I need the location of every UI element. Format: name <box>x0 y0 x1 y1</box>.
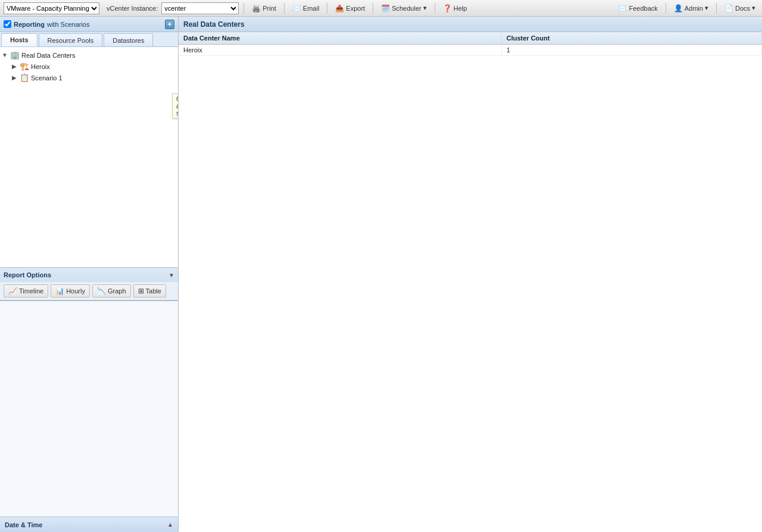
datacenter-group-icon: 🏢 <box>10 51 20 60</box>
report-options-content: 📈 Timeline 📊 Hourly 📉 Graph ⊞ Table <box>0 282 178 301</box>
tab-datastores[interactable]: Datastores <box>104 33 153 46</box>
table-header-row: Data Center Name Cluster Count <box>179 32 762 45</box>
tooltip-create-scenario: Create a scenario <box>172 93 178 118</box>
cell-datacenter-name: Heroix <box>179 45 501 56</box>
export-button[interactable]: 📤 Export <box>332 2 368 15</box>
tree-toggle-root[interactable]: ▼ <box>1 52 8 58</box>
main-layout: Reporting with Scenarios + Hosts Resourc… <box>0 17 762 532</box>
scenario-icon: 📋 <box>20 73 29 82</box>
col-header-cluster-count: Cluster Count <box>501 32 761 45</box>
toolbar-separator-4 <box>373 3 373 14</box>
timeline-icon: 📈 <box>8 287 17 295</box>
content-title: Real Data Centers <box>183 20 245 29</box>
right-panel: Real Data Centers Data Center Name Clust… <box>179 17 762 532</box>
table-row[interactable]: Heroix 1 <box>179 45 762 56</box>
table-body: Heroix 1 <box>179 45 762 56</box>
help-button[interactable]: ❓ Help <box>440 2 470 15</box>
bottom-empty-area <box>0 301 178 517</box>
content-header: Real Data Centers <box>179 17 762 32</box>
tree-label-heroix: Heroix <box>31 63 50 70</box>
app-select[interactable]: VMware - Capacity Planning <box>4 2 99 14</box>
reporting-header: Reporting with Scenarios + <box>0 17 178 32</box>
tree-toggle-scenario1[interactable]: ▶ <box>11 74 18 81</box>
tree-area: ▼ 🏢 Real Data Centers ▶ 🏗️ Heroix Create… <box>0 47 178 268</box>
table-container: Data Center Name Cluster Count Heroix 1 <box>179 32 762 56</box>
tree-label-real-data-centers: Real Data Centers <box>21 52 76 59</box>
cell-cluster-count: 1 <box>501 45 761 56</box>
email-button[interactable]: ✉️ Email <box>289 2 323 15</box>
toolbar-separator-1 <box>243 3 244 14</box>
data-table: Data Center Name Cluster Count Heroix 1 <box>179 32 762 56</box>
report-options-collapse-button[interactable]: ▼ <box>168 272 174 278</box>
toolbar-separator-5 <box>435 3 435 14</box>
toolbar: VMware - Capacity Planning vCenter Insta… <box>0 0 762 17</box>
email-icon: ✉️ <box>292 4 301 12</box>
tree-toggle-heroix[interactable]: ▶ <box>11 63 18 70</box>
graph-button[interactable]: 📉 Graph <box>92 284 131 298</box>
toolbar-separator-6 <box>666 3 666 14</box>
table-icon: ⊞ <box>138 287 144 295</box>
toolbar-separator-7 <box>716 3 717 14</box>
feedback-icon: ✉️ <box>618 4 627 12</box>
vcenter-label: vCenter Instance: <box>107 5 158 12</box>
toolbar-separator-2 <box>284 3 285 14</box>
scheduler-button[interactable]: 🗓️ Scheduler ▾ <box>378 2 430 15</box>
date-time-collapse-button[interactable]: ▲ <box>167 521 173 528</box>
reporting-checkbox[interactable] <box>4 20 11 28</box>
tree-node-real-data-centers[interactable]: ▼ 🏢 Real Data Centers <box>1 49 177 61</box>
scheduler-icon: 🗓️ <box>381 4 390 12</box>
date-time-footer: Date & Time ▲ <box>0 517 178 532</box>
date-time-label: Date & Time <box>5 521 42 528</box>
hourly-button[interactable]: 📊 Hourly <box>51 284 90 298</box>
feedback-button[interactable]: ✉️ Feedback <box>615 2 660 15</box>
heroix-icon: 🏗️ <box>20 62 29 71</box>
vcenter-select[interactable]: vcenter <box>161 2 239 14</box>
tree-node-heroix[interactable]: ▶ 🏗️ Heroix <box>11 61 177 72</box>
admin-button[interactable]: 👤 Admin ▾ <box>671 2 711 15</box>
docs-button[interactable]: 📄 Docs ▾ <box>722 2 758 15</box>
graph-icon: 📉 <box>97 287 106 295</box>
help-icon: ❓ <box>443 4 452 12</box>
admin-icon: 👤 <box>674 4 683 12</box>
report-options: Report Options ▼ 📈 Timeline 📊 Hourly 📉 <box>0 268 178 301</box>
tab-resource-pools[interactable]: Resource Pools <box>39 33 103 46</box>
report-options-buttons: 📈 Timeline 📊 Hourly 📉 Graph ⊞ Table <box>4 284 174 298</box>
table-header: Data Center Name Cluster Count <box>179 32 762 45</box>
report-options-header: Report Options ▼ <box>0 268 178 282</box>
export-icon: 📤 <box>335 4 344 12</box>
tree-label-scenario1: Scenario 1 <box>31 74 63 82</box>
hourly-icon: 📊 <box>55 287 64 295</box>
tab-hosts[interactable]: Hosts <box>1 33 38 46</box>
tree-children: ▶ 🏗️ Heroix Create a scenario ▶ 📋 Scenar… <box>1 61 177 83</box>
add-scenario-button[interactable]: + <box>165 20 174 29</box>
tree-node-scenario1[interactable]: ▶ 📋 Scenario 1 <box>11 72 177 83</box>
print-icon: 🖨️ <box>252 4 261 12</box>
col-header-datacenter-name: Data Center Name <box>179 32 501 45</box>
print-button[interactable]: 🖨️ Print <box>249 2 279 15</box>
docs-icon: 📄 <box>724 4 733 12</box>
table-button[interactable]: ⊞ Table <box>133 284 166 298</box>
reporting-label: Reporting <box>14 21 45 28</box>
toolbar-separator-3 <box>327 3 327 14</box>
reporting-with-label: with Scenarios <box>47 21 90 28</box>
report-options-title: Report Options <box>4 271 51 278</box>
left-panel: Reporting with Scenarios + Hosts Resourc… <box>0 17 179 532</box>
tabs: Hosts Resource Pools Datastores <box>0 32 178 47</box>
timeline-button[interactable]: 📈 Timeline <box>4 284 48 298</box>
